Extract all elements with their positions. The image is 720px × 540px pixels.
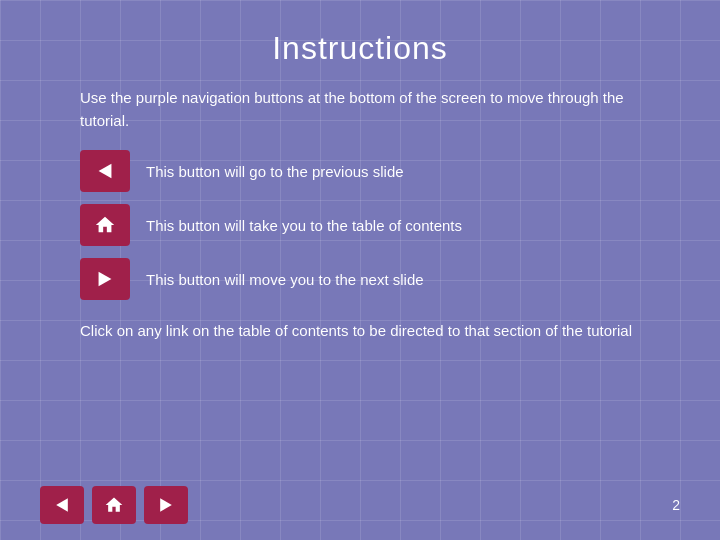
next-button-label: This button will move you to the next sl…: [146, 271, 424, 288]
bottom-prev-button[interactable]: [40, 486, 84, 524]
next-button-row: This button will move you to the next sl…: [80, 258, 640, 300]
bottom-navigation: 2: [0, 486, 720, 524]
svg-marker-0: [99, 164, 112, 179]
bottom-next-icon: [156, 495, 176, 515]
prev-button[interactable]: [80, 150, 130, 192]
bottom-next-button[interactable]: [144, 486, 188, 524]
bottom-home-icon: [104, 495, 124, 515]
main-content: Instructions Use the purple navigation b…: [0, 0, 720, 383]
svg-marker-2: [56, 498, 68, 511]
home-button[interactable]: [80, 204, 130, 246]
home-button-row: This button will take you to the table o…: [80, 204, 640, 246]
next-icon: [94, 268, 116, 290]
next-button[interactable]: [80, 258, 130, 300]
svg-marker-1: [99, 272, 112, 287]
bottom-buttons: [40, 486, 188, 524]
svg-marker-3: [160, 498, 172, 511]
footer-text: Click on any link on the table of conten…: [80, 320, 640, 343]
prev-icon: [94, 160, 116, 182]
prev-button-label: This button will go to the previous slid…: [146, 163, 404, 180]
bottom-home-button[interactable]: [92, 486, 136, 524]
intro-text: Use the purple navigation buttons at the…: [80, 87, 640, 132]
home-button-label: This button will take you to the table o…: [146, 217, 462, 234]
prev-button-row: This button will go to the previous slid…: [80, 150, 640, 192]
bottom-prev-icon: [52, 495, 72, 515]
page-number: 2: [672, 497, 680, 513]
page-title: Instructions: [80, 30, 640, 67]
home-icon: [94, 214, 116, 236]
